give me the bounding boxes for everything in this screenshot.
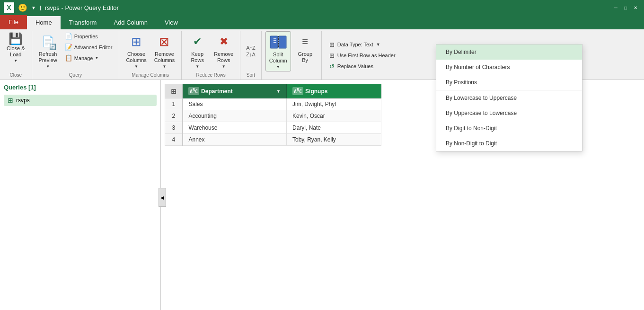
sidebar-collapse-button[interactable]: ◀ — [159, 188, 166, 207]
table-icon: ⊞ — [171, 88, 176, 95]
keep-rows-label: KeepRows — [191, 51, 204, 63]
use-first-row-label: Use First Row as Header — [337, 53, 396, 58]
group-by-button[interactable]: ≡ GroupBy — [293, 31, 318, 65]
use-first-row-button[interactable]: ⊞ Use First Row as Header — [327, 51, 397, 60]
tab-add-column[interactable]: Add Column — [105, 16, 156, 29]
refresh-preview-label: RefreshPreview — [39, 51, 57, 63]
department-dropdown-icon[interactable]: ▼ — [276, 89, 281, 94]
manage-columns-group-label: Manage Columns — [132, 71, 169, 78]
split-by-uppercase-lowercase-item[interactable]: By Uppercase to Lowercase — [436, 106, 582, 121]
split-column-label: SplitColumn — [269, 52, 287, 64]
emoji-icon: 🙂 — [18, 3, 27, 12]
properties-icon: 📄 — [65, 33, 72, 40]
remove-columns-label: RemoveColumns — [154, 51, 175, 63]
sidebar-item-rsvps[interactable]: ⊞ rsvps — [4, 95, 157, 106]
properties-label: Properties — [74, 34, 98, 39]
split-by-digit-nondigit-item[interactable]: By Digit to Non-Digit — [436, 121, 582, 136]
table-row: 4 Annex Toby, Ryan, Kelly — [165, 133, 381, 145]
query-group-label: Query — [69, 71, 82, 78]
data-table: ⊞ ABC Department ▼ ABC Signups — [165, 84, 381, 145]
refresh-chevron: ▼ — [46, 64, 50, 69]
choose-columns-button[interactable]: ⊞ ChooseColumns ▼ — [123, 31, 149, 71]
choose-columns-icon: ⊞ — [131, 35, 141, 49]
tab-view[interactable]: View — [156, 16, 186, 29]
signups-cell-1: Jim, Dwight, Phyl — [287, 98, 381, 110]
sort-za-icon: Z↓A — [246, 52, 256, 57]
table-row: 3 Warehouse Daryl, Nate — [165, 122, 381, 133]
keep-rows-button[interactable]: ✔ KeepRows ▼ — [185, 31, 209, 71]
department-cell-2: Accounting — [183, 110, 287, 122]
replace-values-button[interactable]: ↺ Replace Values — [327, 62, 397, 71]
sidebar: Queries [1] ⊞ rsvps ◀ — [0, 80, 161, 310]
split-by-nondigit-digit-item[interactable]: By Non-Digit to Digit — [436, 136, 582, 151]
data-type-label: Data Type: Text — [337, 42, 373, 47]
remove-columns-chevron: ▼ — [163, 64, 167, 69]
choose-columns-chevron: ▼ — [134, 64, 138, 69]
ribbon-right-options: ⊞ Data Type: Text ▼ ⊞ Use First Row as H… — [322, 31, 403, 80]
query-col: 📄 Properties 📝 Advanced Editor 📋 Manage … — [62, 31, 115, 63]
split-by-number-chars-item[interactable]: By Number of Characters — [436, 60, 582, 75]
row-number-2: 2 — [165, 110, 183, 122]
department-cell-4: Annex — [183, 133, 287, 145]
advanced-editor-label: Advanced Editor — [74, 44, 113, 50]
row-number-4: 4 — [165, 133, 183, 145]
group-by-icon: ≡ — [302, 35, 308, 48]
manage-button[interactable]: 📋 Manage ▼ — [62, 53, 115, 63]
window-title: rsvps - Power Query Editor — [45, 4, 119, 11]
department-type-badge: ABC — [188, 87, 199, 95]
split-column-chevron: ▼ — [276, 65, 280, 69]
tab-home[interactable]: Home — [27, 16, 61, 29]
department-header-label: Department — [201, 88, 233, 95]
signups-column-header[interactable]: ABC Signups — [287, 84, 381, 98]
replace-values-label: Replace Values — [337, 63, 373, 69]
remove-rows-chevron: ▼ — [222, 64, 226, 69]
ribbon-group-reduce-rows: ✔ KeepRows ▼ ✖ RemoveRows ▼ Reduce Rows — [182, 31, 240, 80]
tab-file[interactable]: File — [0, 15, 27, 29]
ribbon-group-sort: A↑Z Z↓A Sort — [240, 31, 262, 80]
replace-values-icon: ↺ — [329, 63, 335, 70]
close-button[interactable]: ✕ — [631, 4, 640, 11]
close-load-icon: 💾 — [9, 33, 23, 44]
table-row: 2 Accounting Kevin, Oscar — [165, 110, 381, 122]
manage-label: Manage — [74, 55, 93, 61]
data-type-chevron: ▼ — [376, 42, 380, 47]
use-first-row-icon: ⊞ — [329, 52, 335, 59]
department-column-header[interactable]: ABC Department ▼ — [183, 84, 287, 98]
split-by-lowercase-uppercase-item[interactable]: By Lowercase to Uppercase — [436, 90, 582, 106]
svg-rect-1 — [279, 36, 286, 48]
maximize-button[interactable]: □ — [621, 4, 630, 11]
manage-chevron: ▼ — [95, 56, 98, 60]
query-table-icon: ⊞ — [8, 97, 13, 104]
advanced-editor-button[interactable]: 📝 Advanced Editor — [62, 42, 115, 52]
refresh-overlay-icon: 🔄 — [49, 44, 56, 50]
signups-cell-3: Daryl, Nate — [287, 122, 381, 133]
close-load-label: Close & Load — [7, 45, 25, 58]
data-type-button[interactable]: ⊞ Data Type: Text ▼ — [327, 40, 397, 49]
data-type-icon: ⊞ — [329, 41, 335, 48]
refresh-preview-button[interactable]: 📄 🔄 RefreshPreview ▼ — [36, 31, 60, 71]
tab-transform[interactable]: Transform — [61, 16, 106, 29]
remove-columns-button[interactable]: ⊠ RemoveColumns ▼ — [151, 31, 177, 71]
sort-az-icon: A↑Z — [246, 45, 256, 51]
department-cell-3: Warehouse — [183, 122, 287, 133]
split-column-button[interactable]: SplitColumn ▼ — [265, 31, 291, 71]
minimize-button[interactable]: ─ — [611, 4, 620, 11]
advanced-editor-icon: 📝 — [65, 44, 72, 51]
app-logo: X — [4, 2, 14, 13]
close-load-chevron: ▼ — [14, 59, 18, 63]
split-by-delimiter-item[interactable]: By Delimiter — [436, 44, 582, 60]
remove-rows-icon: ✖ — [220, 35, 228, 48]
title-bar: X 🙂 ▼ | rsvps - Power Query Editor ─ □ ✕ — [0, 0, 644, 15]
split-by-positions-item[interactable]: By Positions — [436, 75, 582, 90]
ribbon-group-close: 💾 Close & Load ▼ Close — [0, 31, 32, 80]
remove-rows-button[interactable]: ✖ RemoveRows ▼ — [211, 31, 236, 71]
split-column-icon — [270, 35, 287, 49]
signups-cell-2: Kevin, Oscar — [287, 110, 381, 122]
row-number-header: ⊞ — [165, 84, 183, 98]
properties-button[interactable]: 📄 Properties — [62, 31, 115, 41]
keep-rows-icon: ✔ — [193, 35, 202, 48]
keep-rows-chevron: ▼ — [195, 64, 199, 69]
query-item-label: rsvps — [16, 97, 30, 104]
close-load-button[interactable]: 💾 Close & Load ▼ — [4, 31, 28, 65]
ribbon-group-transform: SplitColumn ▼ ≡ GroupBy — [262, 31, 322, 80]
